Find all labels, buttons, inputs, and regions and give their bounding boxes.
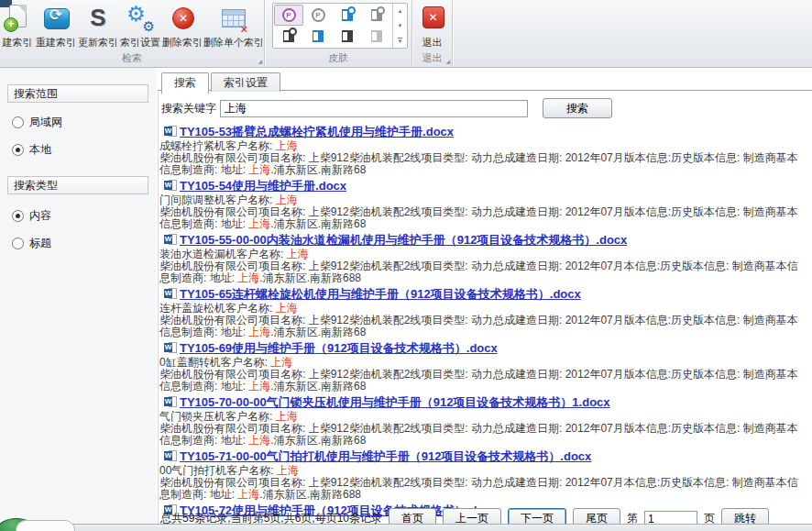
window-bottom-edge	[0, 524, 812, 531]
radio-indicator	[12, 210, 24, 222]
skin-office-clock-black-icon	[283, 30, 294, 42]
delete-single-index-button[interactable]: ✕ 删除单个索引	[203, 2, 262, 51]
radio-label: 内容	[29, 208, 51, 224]
rebuild-index-button[interactable]: ⟳ 重建索引	[35, 2, 77, 51]
search-input[interactable]	[220, 100, 528, 117]
word-doc-icon: W	[164, 288, 177, 299]
radio-local[interactable]: 本地	[12, 142, 156, 158]
ribbon-group-search: + 建索引 ⟳ 重建索引 S 更新索引	[0, 0, 265, 66]
ribbon-group-label: 检索	[0, 51, 264, 65]
tab-search[interactable]: 搜索	[161, 72, 209, 94]
radio-content[interactable]: 内容	[12, 208, 156, 224]
update-index-icon: S	[82, 4, 114, 33]
result-snippet: 柴油机股份有限公司项目名称: 上柴912柴油机装配2线项目类型: 动力总成建造日…	[159, 206, 808, 230]
skin-office-black-icon	[342, 30, 353, 42]
delete-index-button[interactable]: ✕ 删除索引	[161, 2, 203, 51]
radio-indicator	[12, 144, 24, 156]
gallery-scroll: ▲ ▼ ▼	[392, 4, 407, 48]
result-link[interactable]: TY105-71-00-00气门拍打机使用与维护手册（912项目设备技术规格书）…	[180, 449, 591, 463]
result-link[interactable]: TY105-53摇臂总成螺栓拧紧机使用与维护手册.docx	[180, 125, 454, 138]
search-tab-page: 搜索关键字 搜索 WTY105-53摇臂总成螺栓拧紧机使用与维护手册.docx …	[158, 90, 812, 531]
gallery-scroll-down-icon[interactable]: ▼	[393, 18, 407, 33]
create-index-icon: +	[2, 4, 33, 33]
skin-option-devexpress-purple[interactable]: P	[274, 5, 303, 26]
word-doc-icon: W	[164, 450, 177, 461]
skin-devexpress-purple-icon: P	[282, 8, 296, 22]
result-item: WTY105-65连杆螺栓旋松机使用与维护手册（912项目设备技术规格书）.do…	[159, 287, 812, 338]
word-doc-icon: W	[164, 396, 177, 407]
skin-option-office-clock-blue[interactable]	[333, 5, 362, 26]
dialog-launcher-icon[interactable]: ◢	[445, 59, 450, 64]
radio-lan[interactable]: 局域网	[12, 115, 156, 130]
word-doc-icon: W	[164, 126, 177, 137]
word-doc-icon: W	[164, 234, 177, 245]
sidebar: 搜索范围 局域网 本地 搜索类型 内容 标题	[0, 68, 156, 531]
result-snippet: 柴油机股份有限公司项目名称: 上柴912柴油机装配2线项目类型: 动力总成建造日…	[159, 423, 808, 447]
radio-label: 标题	[29, 236, 51, 251]
search-button[interactable]: 搜索	[543, 98, 612, 118]
skin-office-clock-blue-icon	[342, 9, 353, 21]
result-link[interactable]: TY105-70-00-00气门锁夹压机使用与维护手册（912项目设备技术规格书…	[180, 395, 610, 409]
skin-option-devexpress-gray[interactable]: P	[303, 5, 333, 26]
highlight-term: 上海	[237, 271, 259, 284]
skin-office-lightgray-icon	[371, 30, 382, 42]
button-label: 删除单个索引	[203, 36, 262, 50]
rebuild-index-icon: ⟳	[40, 4, 71, 33]
ribbon-group-label: 皮肤	[265, 51, 411, 65]
ribbon: + 建索引 ⟳ 重建索引 S 更新索引	[0, 0, 812, 68]
radio-indicator	[12, 116, 24, 128]
result-link[interactable]: TY105-69使用与维护手册（912项目设备技术规格书）.docx	[180, 341, 498, 355]
radio-label: 本地	[29, 142, 51, 158]
dialog-launcher-icon[interactable]: ◢	[258, 59, 262, 64]
radio-title[interactable]: 标题	[12, 236, 156, 251]
tab-strip: 搜索 索引设置	[161, 72, 282, 91]
search-scope-header: 搜索范围	[7, 84, 148, 103]
button-label: 索引设置	[119, 36, 161, 50]
skin-option-office-blue[interactable]	[303, 26, 333, 47]
app-window: + 建索引 ⟳ 重建索引 S 更新索引	[0, 0, 812, 531]
index-settings-button[interactable]: ⚙⚙ 索引设置	[119, 2, 161, 51]
skin-option-office-clock-gray[interactable]	[362, 5, 391, 26]
taskbar-blob-white	[16, 520, 75, 531]
create-index-button[interactable]: + 建索引	[0, 2, 35, 51]
highlight-term: 上海	[248, 326, 270, 338]
plus-icon: +	[4, 17, 18, 32]
search-type-header: 搜索类型	[7, 176, 148, 194]
highlight-term: 上海	[248, 163, 270, 176]
result-snippet: 柴油机股份有限公司项目名称: 上柴912柴油机装配2线项目类型: 动力总成建造日…	[159, 260, 808, 284]
highlight-term: 上海	[248, 380, 270, 393]
button-label: 建索引	[0, 36, 35, 50]
result-link[interactable]: TY105-55-00-00内装油水道检漏机使用与维护手册（912项目设备技术规…	[180, 233, 627, 247]
gallery-more-icon[interactable]: ▼	[393, 33, 407, 48]
update-index-button[interactable]: S 更新索引	[77, 2, 119, 51]
highlight-term: 上海	[248, 217, 270, 230]
skin-office-clock-gray-icon	[371, 9, 382, 21]
word-doc-icon: W	[164, 342, 177, 353]
result-item: WTY105-71-00-00气门拍打机使用与维护手册（912项目设备技术规格书…	[159, 449, 812, 501]
ribbon-group-exit: ✕ 退出 退出 ◢	[412, 0, 453, 66]
result-snippet: 柴油机股份有限公司项目名称: 上柴912柴油机装配2线项目类型: 动力总成建造日…	[159, 369, 808, 393]
highlight-term: 上海	[276, 139, 298, 152]
word-doc-icon: W	[164, 180, 177, 191]
refresh-icon: ⟳	[40, 6, 71, 25]
radio-label: 局域网	[29, 115, 62, 130]
button-label: 退出	[412, 36, 452, 50]
button-label: 重建索引	[35, 36, 77, 50]
highlight-term: 上海	[248, 434, 270, 447]
result-link[interactable]: TY105-65连杆螺栓旋松机使用与维护手册（912项目设备技术规格书）.doc…	[180, 287, 581, 301]
skin-option-office-black[interactable]	[333, 26, 362, 47]
gallery-scroll-up-icon[interactable]: ▲	[393, 4, 407, 18]
result-snippet: 柴油机股份有限公司项目名称: 上柴912柴油机装配2线项目类型: 动力总成建造日…	[159, 152, 808, 176]
result-snippet: 柴油机股份有限公司项目名称: 上柴912柴油机装配2线项目类型: 动力总成建造日…	[159, 315, 808, 338]
button-label: 更新索引	[77, 36, 119, 50]
result-snippet: 柴油机股份有限公司项目名称: 上柴912柴油机装配2线项目类型: 动力总成建造日…	[159, 477, 808, 501]
exit-button[interactable]: ✕ 退出	[412, 2, 452, 51]
highlight-term: 上海	[276, 410, 298, 423]
highlight-term: 上海	[237, 488, 259, 501]
tab-index-settings[interactable]: 索引设置	[211, 72, 280, 92]
skin-option-office-clock-black[interactable]	[274, 26, 303, 47]
skin-option-office-lightgray[interactable]	[362, 26, 391, 47]
result-item: WTY105-70-00-00气门锁夹压机使用与维护手册（912项目设备技术规格…	[159, 395, 812, 447]
skin-gallery: P P ▲ ▼ ▼	[272, 3, 408, 49]
result-link[interactable]: TY105-54使用与维护手册.docx	[180, 179, 346, 193]
